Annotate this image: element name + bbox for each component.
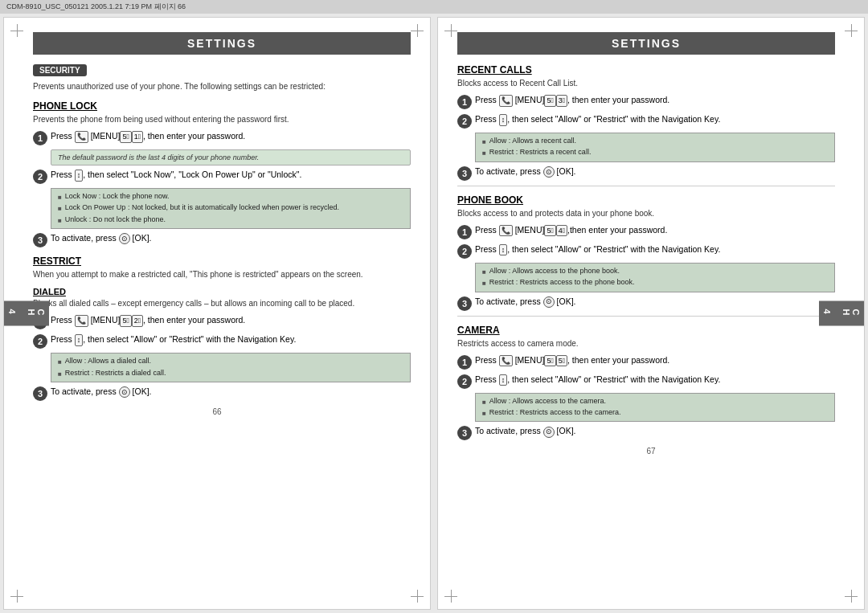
dialed-step1-text: Press 📞 [MENU]5⃣2⃣, then enter your pass…	[51, 314, 411, 327]
pb-step2-text: Press ↕, then select "Allow" or "Restric…	[475, 243, 835, 256]
ok-icon-pb: ⊙	[543, 296, 555, 308]
phone-lock-step3: 3 To activate, press ⊙ [OK].	[33, 232, 411, 247]
dialed-step3: 3 To activate, press ⊙ [OK].	[33, 386, 411, 401]
pb-options-box: ■ Allow : Allows access to the phone boo…	[475, 263, 835, 292]
page-right: CH4 SETTINGS RECENT CALLS Blocks access …	[437, 17, 865, 610]
bullet-2: ■	[58, 205, 62, 213]
key-2b: 2⃣	[132, 315, 143, 327]
phone-icon-pb: 📞	[499, 225, 513, 237]
phone-book-desc: Blocks access to and protects data in yo…	[457, 208, 835, 219]
pb-option-row-1: ■ Allow : Allows access to the phone boo…	[482, 267, 828, 276]
phone-icon-cam: 📞	[499, 355, 513, 367]
rc-step-num-3: 3	[457, 166, 472, 181]
pb-step3-text: To activate, press ⊙ [OK].	[475, 296, 835, 308]
phone-icon-2: 📞	[75, 315, 88, 327]
top-bar: CDM-8910_USC_050121 2005.1.21 7:19 PM 페이…	[0, 0, 868, 14]
crosshair-tl	[10, 24, 23, 37]
bullet-d1: ■	[58, 358, 62, 366]
option-2-text: Lock On Power Up : Not locked, but it is…	[65, 203, 339, 213]
restrict-desc: When you attempt to make a restricted ca…	[33, 269, 411, 280]
dialed-option-row-2: ■ Restrict : Restricts a dialed call.	[58, 369, 403, 378]
camera-title: CAMERA	[457, 325, 835, 336]
option-3-text: Unlock : Do not lock the phone.	[65, 215, 166, 225]
option-row-2: ■ Lock On Power Up : Not locked, but it …	[58, 203, 403, 213]
key-rc-5: 5⃣	[544, 95, 555, 107]
step3-text: To activate, press ⊙ [OK].	[51, 232, 411, 244]
crosshair-r-tl	[444, 24, 457, 37]
lock-options-box: ■ Lock Now : Lock the phone now. ■ Lock …	[51, 188, 411, 229]
cam-step3: 3 To activate, press ⊙ [OK].	[457, 425, 835, 440]
dialed-step1: 1 Press 📞 [MENU]5⃣2⃣, then enter your pa…	[33, 314, 411, 329]
rc-step1: 1 Press 📞 [MENU]5⃣3⃣, then enter your pa…	[457, 94, 835, 109]
crosshair-bl	[10, 590, 23, 603]
page-left: CH4 SETTINGS SECURITY Prevents unauthori…	[3, 17, 431, 610]
pb-option-row-2: ■ Restrict : Restricts access to the pho…	[482, 278, 828, 288]
key-5: 5⃣	[120, 131, 131, 143]
cam-step1: 1 Press 📞 [MENU]5⃣5⃣, then enter your pa…	[457, 354, 835, 370]
bullet-rc1: ■	[482, 138, 486, 146]
cam-step3-text: To activate, press ⊙ [OK].	[475, 425, 835, 437]
rc-step3-text: To activate, press ⊙ [OK].	[475, 166, 835, 178]
phone-lock-step2: 2 Press ↕, then select "Lock Now", "Lock…	[33, 169, 411, 184]
option-row-3: ■ Unlock : Do not lock the phone.	[58, 215, 403, 225]
restrict-title: RESTRICT	[33, 255, 411, 267]
key-cam-5b: 5⃣	[556, 355, 567, 367]
key-pb-5: 5⃣	[544, 225, 555, 237]
rc-step-num-2: 2	[457, 114, 472, 129]
phone-icon: 📞	[75, 131, 88, 143]
cam-step-num-3: 3	[457, 426, 472, 440]
crosshair-br	[411, 590, 424, 603]
rc-step3: 3 To activate, press ⊙ [OK].	[457, 166, 835, 181]
key-5b: 5⃣	[120, 315, 131, 327]
rc-option-row-2: ■ Restrict : Restricts a recent call.	[482, 148, 828, 157]
dialed-option-row-1: ■ Allow : Allows a dialed call.	[58, 357, 403, 366]
key-1: 1⃣	[132, 131, 143, 143]
ch-label-left: CH4	[4, 301, 49, 326]
phone-lock-desc: Prevents the phone from being used witho…	[33, 114, 411, 125]
bullet-1: ■	[58, 194, 62, 202]
key-nav: ↕	[75, 170, 84, 182]
option-row-1: ■ Lock Now : Lock the phone now.	[58, 192, 403, 202]
dialed-step2-text: Press ↕, then select "Allow" or "Restric…	[51, 333, 411, 346]
security-badge: SECURITY	[33, 64, 87, 76]
camera-desc: Restricts access to camera mode.	[457, 338, 835, 349]
rc-option-row-1: ■ Allow : Allows a recent call.	[482, 137, 828, 146]
phone-lock-title: PHONE LOCK	[33, 100, 411, 112]
step-num-1: 1	[33, 131, 47, 145]
cam-option-row-2: ■ Restrict : Restricts access to the cam…	[482, 408, 828, 418]
recent-calls-desc: Blocks access to Recent Call List.	[457, 78, 835, 89]
key-pb-4: 4⃣	[556, 225, 567, 237]
dialed-step-num-3: 3	[33, 386, 47, 401]
ok-icon: ⊙	[119, 233, 130, 244]
rc-option-1-text: Allow : Allows a recent call.	[489, 137, 576, 146]
bullet-cam1: ■	[482, 398, 486, 407]
rc-options-box: ■ Allow : Allows a recent call. ■ Restri…	[475, 133, 835, 162]
pb-step1: 1 Press 📞 [MENU]5⃣4⃣,then enter your pas…	[457, 224, 835, 239]
step-num-3: 3	[33, 233, 47, 247]
bullet-pb1: ■	[482, 268, 486, 276]
dialed-option-1-text: Allow : Allows a dialed call.	[65, 357, 151, 366]
phone-book-title: PHONE BOOK	[457, 194, 835, 206]
step1-text: Press 📞 [MENU]5⃣1⃣, then enter your pass…	[51, 130, 411, 143]
ch-label-right: CH4	[819, 301, 864, 326]
phone-lock-step1: 1 Press 📞 [MENU]5⃣1⃣, then enter your pa…	[33, 130, 411, 145]
dialed-title: DIALED	[33, 287, 411, 296]
dialed-options-box: ■ Allow : Allows a dialed call. ■ Restri…	[51, 353, 411, 382]
right-page-header: SETTINGS	[457, 32, 835, 55]
security-desc: Prevents unauthorized use of your phone.…	[33, 81, 411, 92]
left-page-header: SETTINGS	[33, 32, 411, 55]
cam-step-num-2: 2	[457, 374, 472, 389]
pb-step1-text: Press 📞 [MENU]5⃣4⃣,then enter your passw…	[475, 224, 835, 237]
key-nav-2: ↕	[75, 334, 84, 346]
key-nav-pb: ↕	[499, 244, 508, 256]
pb-step-num-3: 3	[457, 296, 472, 311]
cam-options-box: ■ Allow : Allows access to the camera. ■…	[475, 393, 835, 423]
pb-step-num-2: 2	[457, 244, 472, 259]
bullet-cam2: ■	[482, 410, 486, 418]
bullet-d2: ■	[58, 370, 62, 378]
divider-1	[457, 186, 835, 186]
top-bar-text: CDM-8910_USC_050121 2005.1.21 7:19 PM 페이…	[6, 2, 186, 12]
crosshair-r-tr	[845, 24, 858, 37]
phone-icon-rc: 📞	[499, 95, 513, 107]
cam-step-num-1: 1	[457, 355, 472, 370]
